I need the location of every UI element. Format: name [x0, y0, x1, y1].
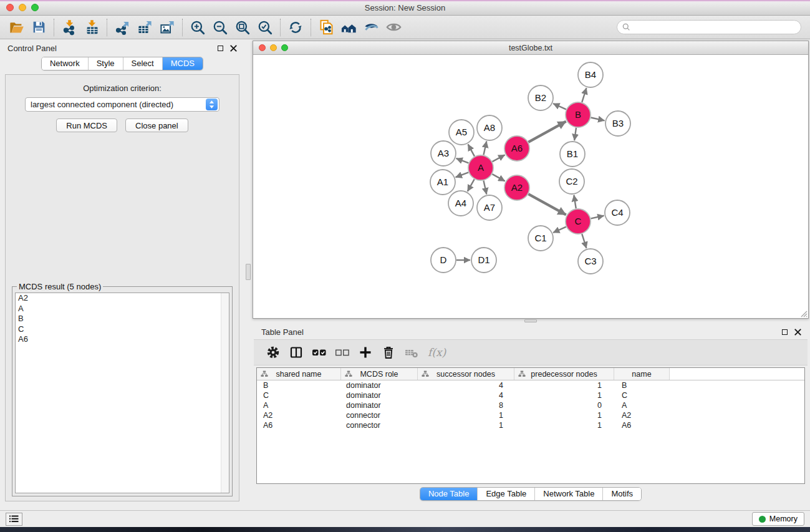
first-neighbors-button[interactable] — [337, 17, 360, 37]
table-row[interactable]: A6connector11A6 — [257, 420, 804, 430]
close-panel-icon[interactable] — [230, 45, 237, 52]
float-panel-icon[interactable] — [782, 329, 788, 335]
edge-A-A1[interactable] — [456, 172, 469, 177]
node-A5[interactable]: A5 — [449, 120, 474, 145]
tab-mcds[interactable]: MCDS — [162, 57, 203, 70]
vertical-split-divider[interactable] — [244, 39, 253, 510]
zoom-selected-button[interactable] — [254, 17, 276, 37]
network-graph[interactable]: AA1A2A3A4A5A6A7A8BB1B2B3B4CC1C2C3C4DD1 — [253, 55, 808, 318]
edge-A-A4[interactable] — [468, 179, 475, 191]
node-A[interactable]: A — [468, 155, 493, 180]
save-session-button[interactable] — [27, 17, 50, 37]
result-item[interactable]: A6 — [16, 334, 229, 345]
edge-C-C4[interactable] — [591, 216, 604, 219]
node-A2[interactable]: A2 — [504, 175, 529, 200]
export-network-button[interactable] — [111, 17, 133, 37]
edge-A-A2[interactable] — [492, 174, 504, 181]
create-column-button[interactable] — [354, 342, 377, 363]
zoom-fit-button[interactable] — [231, 17, 254, 37]
column-header-successor-nodes[interactable]: successor nodes — [418, 368, 514, 380]
column-header-mcds-role[interactable]: MCDS role — [341, 368, 418, 380]
open-session-button[interactable] — [5, 17, 27, 37]
tab-select[interactable]: Select — [123, 57, 162, 70]
delete-columns-button[interactable] — [377, 342, 400, 363]
function-builder-button[interactable]: f(x) — [423, 342, 451, 363]
result-scrollbar[interactable] — [221, 293, 229, 493]
edge-C-C3[interactable] — [582, 234, 586, 248]
node-A7[interactable]: A7 — [477, 195, 502, 220]
float-panel-icon[interactable] — [218, 46, 223, 51]
node-B3[interactable]: B3 — [605, 111, 630, 136]
export-image-button[interactable] — [156, 17, 178, 37]
result-item[interactable]: A — [16, 304, 229, 314]
close-panel-button[interactable]: Close panel — [125, 118, 188, 132]
split-column-view-button[interactable] — [284, 342, 307, 363]
node-D[interactable]: D — [431, 248, 456, 273]
edge-A-A8[interactable] — [483, 141, 486, 155]
hide-graphics-details-button[interactable] — [360, 17, 382, 37]
node-B2[interactable]: B2 — [528, 85, 553, 110]
node-C2[interactable]: C2 — [559, 169, 584, 194]
edge-A-A3[interactable] — [456, 158, 469, 163]
close-panel-icon[interactable] — [794, 329, 801, 336]
edge-B-B3[interactable] — [591, 117, 605, 120]
select-all-columns-button[interactable] — [307, 342, 330, 363]
refresh-button[interactable] — [284, 17, 307, 37]
search-input[interactable] — [634, 23, 796, 32]
tab-motifs[interactable]: Motifs — [602, 488, 641, 500]
edge-A-A5[interactable] — [468, 144, 475, 156]
edge-B-B4[interactable] — [582, 88, 586, 102]
mcds-result-list[interactable]: A2ABCA6 — [15, 293, 229, 493]
node-D1[interactable]: D1 — [471, 248, 496, 273]
table-row[interactable]: Cdominator41C — [257, 390, 804, 400]
delete-table-button[interactable] — [400, 342, 423, 363]
import-table-button[interactable] — [80, 17, 103, 37]
edge-C-C2[interactable] — [574, 195, 576, 209]
tab-style[interactable]: Style — [88, 57, 123, 70]
criterion-dropdown[interactable]: largest connected component (directed) — [25, 97, 219, 112]
tab-network[interactable]: Network — [42, 57, 88, 70]
node-B[interactable]: B — [566, 102, 591, 127]
node-A6[interactable]: A6 — [504, 136, 529, 161]
result-item[interactable]: C — [16, 324, 229, 335]
tab-edge-table[interactable]: Edge Table — [477, 488, 534, 500]
column-header-name[interactable]: name — [614, 368, 670, 380]
column-header-predecessor-nodes[interactable]: predecessor nodes — [514, 368, 614, 380]
table-row[interactable]: A2connector11A2 — [257, 410, 804, 420]
edge-B-B2[interactable] — [553, 104, 566, 109]
table-settings-button[interactable] — [261, 342, 284, 363]
edge-C-C1[interactable] — [553, 227, 566, 233]
tab-network-table[interactable]: Network Table — [534, 488, 602, 500]
edge-A2-C[interactable] — [528, 194, 566, 215]
export-table-button[interactable] — [133, 17, 156, 37]
node-C1[interactable]: C1 — [528, 226, 553, 251]
divider-grip[interactable] — [246, 264, 251, 280]
show-graphics-details-button[interactable] — [382, 17, 405, 37]
result-item[interactable]: A2 — [16, 293, 229, 304]
edge-A-A6[interactable] — [493, 155, 505, 162]
new-network-from-selection-button[interactable] — [315, 17, 337, 37]
node-C3[interactable]: C3 — [578, 249, 603, 274]
import-network-button[interactable] — [58, 17, 80, 37]
table-row[interactable]: Bdominator41B — [257, 380, 804, 390]
node-A1[interactable]: A1 — [430, 170, 455, 195]
divider-grip[interactable] — [524, 319, 537, 322]
network-canvas[interactable]: AA1A2A3A4A5A6A7A8BB1B2B3B4CC1C2C3C4DD1 — [253, 55, 808, 318]
unselect-all-columns-button[interactable] — [330, 342, 354, 363]
zoom-in-button[interactable] — [186, 17, 209, 37]
show-task-history-button[interactable] — [6, 513, 22, 526]
node-C4[interactable]: C4 — [605, 200, 630, 225]
node-A8[interactable]: A8 — [477, 115, 502, 140]
horizontal-split-divider[interactable] — [253, 319, 809, 323]
tab-node-table[interactable]: Node Table — [420, 488, 478, 500]
run-mcds-button[interactable]: Run MCDS — [56, 118, 117, 132]
node-B4[interactable]: B4 — [578, 62, 603, 87]
window-resize-grip[interactable] — [799, 309, 808, 317]
node-B1[interactable]: B1 — [560, 142, 585, 167]
node-C[interactable]: C — [566, 209, 591, 234]
zoom-out-button[interactable] — [209, 17, 231, 37]
column-header-shared-name[interactable]: shared name — [257, 368, 341, 380]
memory-button[interactable]: Memory — [752, 512, 804, 526]
table-row[interactable]: Adominator80A — [257, 400, 804, 410]
edge-B-B1[interactable] — [574, 128, 576, 140]
